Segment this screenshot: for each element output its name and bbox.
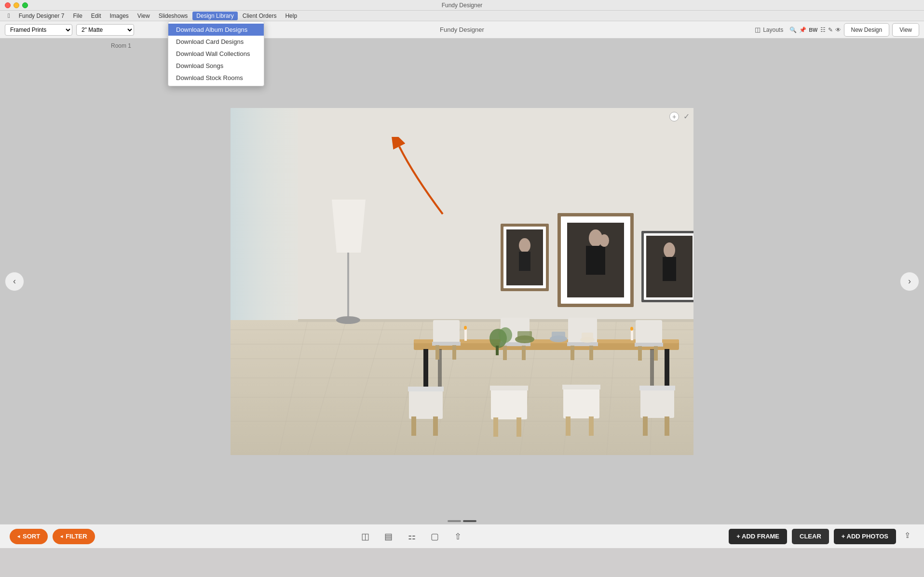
view-button[interactable]: View — [892, 23, 919, 37]
svg-rect-90 — [552, 332, 565, 339]
svg-rect-59 — [589, 346, 593, 360]
menu-client-orders[interactable]: Client Orders — [239, 12, 281, 20]
svg-rect-28 — [519, 252, 530, 271]
menu-images[interactable]: Images — [106, 12, 133, 20]
maximize-button[interactable] — [22, 2, 28, 8]
download-songs-item[interactable]: Download Songs — [168, 60, 264, 72]
add-frame-button[interactable]: + ADD FRAME — [729, 529, 787, 544]
svg-rect-41 — [663, 257, 676, 281]
svg-marker-20 — [332, 200, 366, 253]
svg-rect-85 — [631, 330, 633, 340]
toolbar-right-actions: ◫ Layouts 🔍 📌 BW ☷ ✎ 👁 New Design View — [755, 23, 919, 37]
layouts-grid-icon: ◫ — [755, 26, 761, 33]
svg-point-40 — [664, 242, 675, 258]
svg-rect-79 — [665, 416, 669, 436]
scroll-indicator — [448, 520, 476, 522]
svg-rect-57 — [567, 342, 598, 346]
svg-rect-50 — [435, 345, 439, 360]
filter-arrow-icon: ◂ — [60, 534, 63, 539]
traffic-lights — [0, 2, 28, 8]
share-icon[interactable]: ⇪ — [901, 529, 914, 542]
grid-view-icon[interactable]: ☷ — [820, 27, 826, 33]
download-card-designs-item[interactable]: Download Card Designs — [168, 36, 264, 48]
room-scene-svg — [231, 108, 693, 455]
svg-rect-76 — [640, 387, 674, 418]
compare-icon[interactable]: ⚏ — [405, 530, 419, 543]
next-room-button[interactable]: › — [900, 272, 919, 291]
sort-arrow-icon: ◂ — [17, 534, 20, 539]
menu-view[interactable]: View — [134, 12, 154, 20]
svg-rect-83 — [464, 329, 467, 341]
svg-rect-21 — [347, 253, 349, 320]
minimize-button[interactable] — [14, 2, 19, 8]
bottom-left-actions: ◂ SORT ◂ FILTER — [10, 529, 95, 544]
canvas-container: Room 1 ‹ › — [0, 39, 924, 524]
svg-rect-34 — [586, 246, 605, 275]
sort-label: SORT — [23, 533, 40, 540]
bottom-center-icons: ◫ ▤ ⚏ ▢ ⇧ — [359, 530, 465, 543]
svg-rect-70 — [493, 417, 498, 437]
svg-rect-49 — [432, 342, 461, 346]
svg-rect-73 — [562, 385, 600, 389]
svg-rect-77 — [639, 386, 675, 390]
svg-rect-51 — [452, 345, 456, 360]
canvas-checkmark[interactable]: ✓ — [683, 112, 690, 121]
menu-app-name[interactable]: Fundy Designer 7 — [15, 12, 68, 20]
photos-view-icon[interactable]: ◫ — [359, 530, 372, 543]
svg-rect-48 — [433, 320, 460, 344]
svg-rect-92 — [582, 333, 593, 340]
design-library-dropdown: Download Album Designs Download Card Des… — [168, 21, 264, 86]
layers-icon[interactable]: ▤ — [382, 530, 395, 543]
search-icon[interactable]: 🔍 — [789, 27, 797, 33]
title-bar: Fundy Designer — [0, 0, 924, 11]
crop-icon[interactable]: ▢ — [428, 530, 442, 543]
download-stock-rooms-item[interactable]: Download Stock Rooms — [168, 72, 264, 84]
download-wall-collections-item[interactable]: Download Wall Collections — [168, 48, 264, 60]
export-icon[interactable]: ⇧ — [451, 530, 465, 543]
new-design-button[interactable]: New Design — [844, 23, 890, 37]
pin-icon[interactable]: 📌 — [799, 27, 806, 33]
svg-rect-58 — [571, 346, 574, 360]
menu-design-library[interactable]: Design Library — [192, 12, 237, 20]
sort-button[interactable]: ◂ SORT — [10, 529, 48, 544]
svg-rect-64 — [409, 388, 443, 419]
frame-type-select[interactable]: Framed Prints Canvas Prints Metal Prints — [5, 24, 72, 36]
prev-room-button[interactable]: ‹ — [5, 272, 24, 291]
svg-rect-68 — [491, 387, 527, 419]
matte-select[interactable]: 2" Matte 1" Matte No Matte — [76, 24, 134, 36]
layouts-label[interactable]: Layouts — [763, 27, 783, 33]
svg-rect-66 — [411, 416, 416, 436]
preview-eye-icon[interactable]: 👁 — [835, 27, 841, 33]
menu-edit[interactable]: Edit — [87, 12, 105, 20]
svg-rect-54 — [503, 346, 507, 360]
main-area: Room 1 ‹ › — [0, 39, 924, 524]
svg-rect-74 — [566, 416, 571, 436]
edit-pencil-icon[interactable]: ✎ — [828, 27, 833, 33]
close-button[interactable] — [5, 2, 11, 8]
svg-rect-82 — [496, 346, 499, 355]
svg-point-22 — [336, 316, 360, 324]
svg-point-35 — [599, 234, 609, 247]
add-photos-button[interactable]: + ADD PHOTOS — [834, 529, 896, 544]
apple-menu[interactable]:  — [4, 11, 14, 20]
menu-help[interactable]: Help — [281, 12, 301, 20]
svg-point-27 — [519, 238, 530, 253]
window-title: Fundy Designer — [442, 2, 483, 9]
filter-button[interactable]: ◂ FILTER — [53, 529, 95, 544]
download-album-designs-item[interactable]: Download Album Designs — [168, 24, 264, 36]
main-toolbar: Framed Prints Canvas Prints Metal Prints… — [0, 21, 924, 39]
bw-toggle-icon[interactable]: BW — [809, 27, 817, 33]
filter-label: FILTER — [66, 533, 87, 540]
menu-file[interactable]: File — [69, 12, 86, 20]
bottom-right-actions: + ADD FRAME CLEAR + ADD PHOTOS ⇪ — [729, 529, 914, 544]
menu-slideshows[interactable]: Slideshows — [155, 12, 192, 20]
svg-rect-78 — [643, 416, 648, 436]
clear-button[interactable]: CLEAR — [792, 529, 829, 544]
toolbar-center-title: Fundy Designer — [440, 26, 484, 33]
svg-rect-60 — [636, 320, 662, 344]
svg-rect-88 — [517, 331, 532, 340]
canvas-add-button[interactable]: + — [669, 112, 679, 121]
bottom-toolbar: ◂ SORT ◂ FILTER ◫ ▤ ⚏ ▢ ⇧ + ADD FRAME CL… — [0, 524, 924, 548]
svg-point-84 — [464, 326, 467, 330]
svg-rect-67 — [433, 416, 438, 436]
